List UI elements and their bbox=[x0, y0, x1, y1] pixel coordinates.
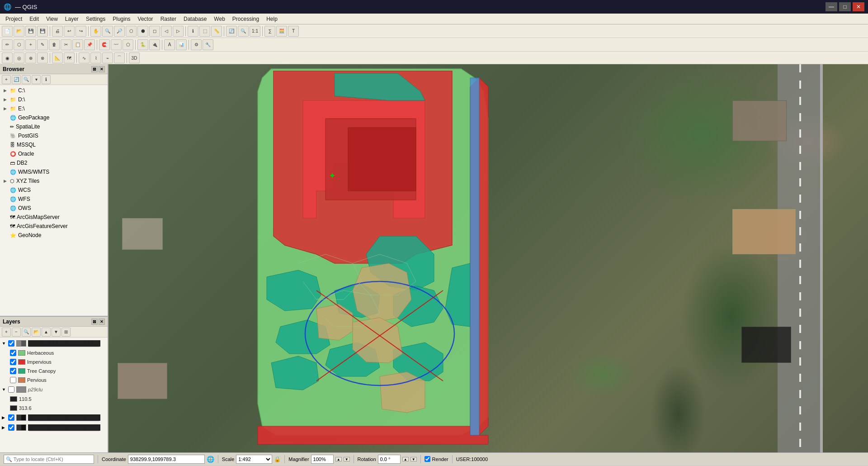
pan-btn[interactable]: ✋ bbox=[90, 26, 101, 37]
browser-item-postgis[interactable]: 🐘 PostGIS bbox=[0, 131, 108, 140]
zoom-next-btn[interactable]: ▷ bbox=[173, 26, 184, 37]
layers-up-btn[interactable]: ▲ bbox=[42, 328, 51, 337]
advanced2-btn[interactable]: 🔧 bbox=[203, 39, 213, 50]
refresh-btn[interactable]: 🔄 bbox=[226, 26, 237, 37]
browser-item-e[interactable]: ▶ 📁 E:\ bbox=[0, 104, 108, 113]
magnifier-input[interactable] bbox=[311, 455, 334, 464]
zoom-selection-btn[interactable]: ◻ bbox=[149, 26, 160, 37]
plugins2-btn[interactable]: 🔌 bbox=[149, 39, 160, 50]
adv-digi1-btn[interactable]: ∿ bbox=[79, 52, 90, 63]
add-feature-btn[interactable]: + bbox=[25, 39, 36, 50]
menu-plugins[interactable]: Plugins bbox=[109, 15, 134, 23]
redo-btn[interactable]: ↪ bbox=[75, 26, 86, 37]
browser-item-geonode[interactable]: ⭐ GeoNode bbox=[0, 231, 108, 240]
georef-btn[interactable]: 📐 bbox=[52, 52, 63, 63]
menu-processing[interactable]: Processing bbox=[229, 15, 263, 23]
layer-zoom-btn[interactable]: 🔍 bbox=[238, 26, 249, 37]
browser-item-wmswmts[interactable]: 🌐 WMS/WMTS bbox=[0, 167, 108, 176]
adv-digi4-btn[interactable]: ⌒ bbox=[114, 52, 125, 63]
browser-item-geopackage[interactable]: 🌐 GeoPackage bbox=[0, 113, 108, 122]
stats-btn[interactable]: ∑ bbox=[264, 26, 275, 37]
layer-pervious[interactable]: Pervious bbox=[0, 376, 108, 385]
layers-pin-btn[interactable]: ⊠ bbox=[91, 319, 98, 325]
browser-filter-btn[interactable]: 🔍 bbox=[22, 75, 31, 84]
render-checkbox[interactable] bbox=[425, 456, 430, 462]
search-locate-input[interactable] bbox=[4, 455, 94, 464]
menu-help[interactable]: Help bbox=[263, 15, 281, 23]
layers-close-btn[interactable]: ✕ bbox=[99, 319, 105, 325]
browser-refresh-btn[interactable]: 🔄 bbox=[12, 75, 21, 84]
layer-group-2[interactable]: ▼ p29clu bbox=[0, 385, 108, 395]
treecanopy-checkbox[interactable] bbox=[10, 368, 16, 374]
impervious-checkbox[interactable] bbox=[10, 359, 16, 365]
menu-web[interactable]: Web bbox=[210, 15, 228, 23]
magnifier-up[interactable]: ▲ bbox=[335, 457, 342, 461]
open-project-btn[interactable]: 📂 bbox=[14, 26, 24, 37]
menu-edit[interactable]: Edit bbox=[26, 15, 42, 23]
snap1-btn[interactable]: ◉ bbox=[2, 52, 13, 63]
menu-database[interactable]: Database bbox=[180, 15, 210, 23]
cut-btn[interactable]: ✂ bbox=[61, 39, 71, 50]
rotation-input[interactable] bbox=[378, 455, 401, 464]
identify-btn[interactable]: ℹ bbox=[188, 26, 198, 37]
layer-110[interactable]: 110.5 bbox=[0, 395, 108, 404]
browser-item-db2[interactable]: 🗃 DB2 bbox=[0, 158, 108, 167]
browser-item-oracle[interactable]: ⭕ Oracle bbox=[0, 149, 108, 158]
zoom-native-btn[interactable]: 1:1 bbox=[250, 26, 260, 37]
group1-checkbox[interactable] bbox=[8, 340, 14, 347]
3d-btn[interactable]: 3D bbox=[129, 52, 140, 63]
layer-group-3[interactable]: ▶ ████████████████████ bbox=[0, 413, 108, 423]
menu-raster[interactable]: Raster bbox=[157, 15, 180, 23]
zoom-full-btn[interactable]: ⬡ bbox=[126, 26, 137, 37]
snapping-btn[interactable]: 🧲 bbox=[99, 39, 110, 50]
zoom-out-btn[interactable]: 🔎 bbox=[114, 26, 125, 37]
layers-down-btn[interactable]: ▼ bbox=[52, 328, 61, 337]
snap4-btn[interactable]: ⊗ bbox=[37, 52, 48, 63]
browser-item-arcgismapserver[interactable]: 🗺 ArcGisMapServer bbox=[0, 213, 108, 222]
browser-item-wfs[interactable]: 🌐 WFS bbox=[0, 195, 108, 204]
browser-item-mssql[interactable]: 🗄 MSSQL bbox=[0, 140, 108, 149]
layer-group-4[interactable]: ▶ ████████████████████ bbox=[0, 423, 108, 433]
maximize-button[interactable]: □ bbox=[839, 2, 851, 11]
browser-close-btn[interactable]: ✕ bbox=[99, 66, 105, 72]
coordinate-input[interactable] bbox=[128, 455, 205, 464]
adv-digi3-btn[interactable]: ⌁ bbox=[102, 52, 113, 63]
paste-btn[interactable]: 📌 bbox=[84, 39, 95, 50]
measure-btn[interactable]: 📏 bbox=[211, 26, 222, 37]
browser-item-wcs[interactable]: 🌐 WCS bbox=[0, 185, 108, 195]
georef2-btn[interactable]: 🗺 bbox=[64, 52, 75, 63]
browser-item-ows[interactable]: 🌐 OWS bbox=[0, 204, 108, 213]
node-btn[interactable]: ⬡ bbox=[14, 39, 24, 50]
close-button[interactable]: ✕ bbox=[853, 2, 864, 11]
diagram-btn[interactable]: 📊 bbox=[176, 39, 187, 50]
undo-btn[interactable]: ↩ bbox=[64, 26, 75, 37]
rotation-down[interactable]: ▼ bbox=[410, 457, 417, 461]
digitize-btn[interactable]: ✏ bbox=[2, 39, 13, 50]
field-calc-btn[interactable]: 🧮 bbox=[276, 26, 287, 37]
trace-btn[interactable]: 〰 bbox=[111, 39, 122, 50]
magnifier-down[interactable]: ▼ bbox=[344, 457, 350, 461]
new-project-btn[interactable]: 📄 bbox=[2, 26, 13, 37]
browser-add-btn[interactable]: + bbox=[2, 75, 11, 84]
group2-checkbox[interactable] bbox=[8, 386, 14, 393]
browser-item-arcgisfeatureserver[interactable]: 🗺 ArcGisFeatureServer bbox=[0, 222, 108, 231]
reshape-btn[interactable]: ⬠ bbox=[123, 39, 133, 50]
herbaceous-checkbox[interactable] bbox=[10, 350, 16, 356]
zoom-prev-btn[interactable]: ◁ bbox=[161, 26, 172, 37]
advanced1-btn[interactable]: ⚙ bbox=[191, 39, 202, 50]
layer-313[interactable]: 313.6 bbox=[0, 404, 108, 413]
layer-group-1[interactable]: ▼ ████████████████████ bbox=[0, 338, 108, 348]
layers-filter-btn[interactable]: 🔍 bbox=[22, 328, 31, 337]
pervious-checkbox[interactable] bbox=[10, 377, 16, 383]
browser-pin-btn[interactable]: ⊠ bbox=[91, 66, 98, 72]
copy-btn[interactable]: 📋 bbox=[72, 39, 83, 50]
group3-checkbox[interactable] bbox=[8, 414, 14, 421]
python-btn[interactable]: 🐍 bbox=[137, 39, 148, 50]
zoom-layer-btn[interactable]: ⬢ bbox=[137, 26, 148, 37]
browser-item-xyz[interactable]: ▶ ⬡ XYZ Tiles bbox=[0, 176, 108, 185]
snap2-btn[interactable]: ◎ bbox=[14, 52, 24, 63]
adv-digi2-btn[interactable]: ⌇ bbox=[90, 52, 101, 63]
snap3-btn[interactable]: ⊕ bbox=[25, 52, 36, 63]
scale-select[interactable]: 1:492 1:1000 1:5000 bbox=[236, 455, 272, 464]
minimize-button[interactable]: — bbox=[826, 2, 837, 11]
